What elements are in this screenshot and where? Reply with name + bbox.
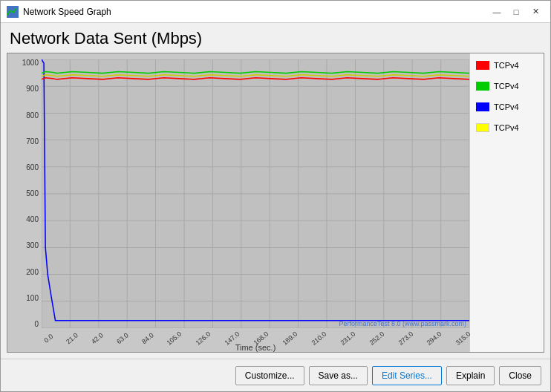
close-button[interactable]: Close [499,366,541,385]
customize-button[interactable]: Customize... [235,366,304,385]
legend: TCPv4 TCPv4 TCPv4 TCPv4 [469,53,544,352]
y-label-300: 300 [26,242,39,249]
title-bar: Network Speed Graph — □ ✕ [1,1,550,23]
y-label-0: 0 [34,321,39,328]
chart-title: Network Data Sent (Mbps) [7,29,544,48]
legend-label-green: TCPv4 [494,82,519,91]
y-label-600: 600 [26,164,39,172]
explain-button[interactable]: Explain [446,366,495,385]
legend-item-red: TCPv4 [476,61,538,70]
x-axis-title: Time (sec.) [42,343,469,352]
legend-color-red [476,61,489,70]
main-window: Network Speed Graph — □ ✕ Network Data S… [0,0,551,392]
y-label-800: 800 [26,112,39,120]
window-title: Network Speed Graph [23,7,488,17]
chart-svg [42,59,469,328]
legend-color-blue [476,102,489,111]
edit-series-button[interactable]: Edit Series... [372,366,442,385]
window-icon [7,6,19,18]
y-label-200: 200 [26,269,39,276]
legend-label-red: TCPv4 [494,61,519,70]
y-label-900: 900 [26,85,39,93]
maximize-button[interactable]: □ [507,4,525,19]
legend-item-yellow: TCPv4 [476,123,538,132]
watermark: PerformanceTest 8.0 (www.passmark.com) [339,320,466,327]
window-controls: — □ ✕ [488,4,544,19]
y-label-500: 500 [26,190,39,197]
content-area: Network Data Sent (Mbps) 0 100 200 300 4… [1,23,550,359]
y-label-100: 100 [26,295,39,302]
chart-container: 0 100 200 300 400 500 600 700 800 900 10… [7,53,544,353]
legend-item-green: TCPv4 [476,82,538,91]
close-window-button[interactable]: ✕ [526,4,544,19]
save-as-button[interactable]: Save as... [309,366,368,385]
y-label-700: 700 [26,138,39,146]
minimize-button[interactable]: — [488,4,506,19]
legend-label-blue: TCPv4 [494,102,519,111]
legend-label-yellow: TCPv4 [494,123,519,132]
y-label-400: 400 [26,216,39,223]
legend-color-green [476,82,489,91]
bottom-bar: Customize... Save as... Edit Series... E… [1,359,550,391]
legend-color-yellow [476,123,489,132]
legend-item-blue: TCPv4 [476,102,538,111]
y-label-1000: 1000 [22,59,39,67]
